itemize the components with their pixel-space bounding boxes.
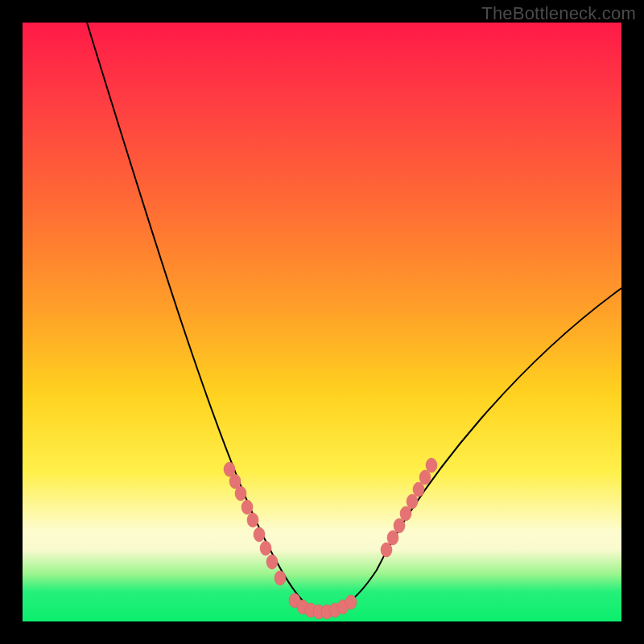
- marker-dot: [254, 527, 265, 542]
- marker-group-bottom: [289, 593, 357, 619]
- marker-dot: [235, 486, 246, 501]
- marker-dot: [394, 518, 405, 533]
- marker-group-left: [224, 462, 286, 585]
- marker-group-right: [381, 458, 437, 557]
- marker-dot: [275, 571, 286, 585]
- marker-dot: [345, 595, 357, 609]
- marker-dot: [387, 530, 398, 545]
- marker-dot: [419, 470, 431, 485]
- marker-dot: [413, 482, 424, 497]
- marker-dot: [242, 500, 253, 514]
- marker-dot: [407, 494, 418, 509]
- marker-dot: [266, 555, 278, 569]
- marker-dot: [426, 458, 437, 473]
- marker-dot: [247, 513, 258, 527]
- outer-frame: TheBottleneck.com: [0, 0, 644, 644]
- plot-area: [23, 23, 621, 621]
- marker-dot: [260, 541, 271, 555]
- bottleneck-curve: [87, 23, 621, 612]
- watermark-text: TheBottleneck.com: [481, 3, 636, 24]
- marker-dot: [381, 543, 392, 557]
- curve-layer: [23, 23, 621, 621]
- marker-dot: [400, 506, 411, 521]
